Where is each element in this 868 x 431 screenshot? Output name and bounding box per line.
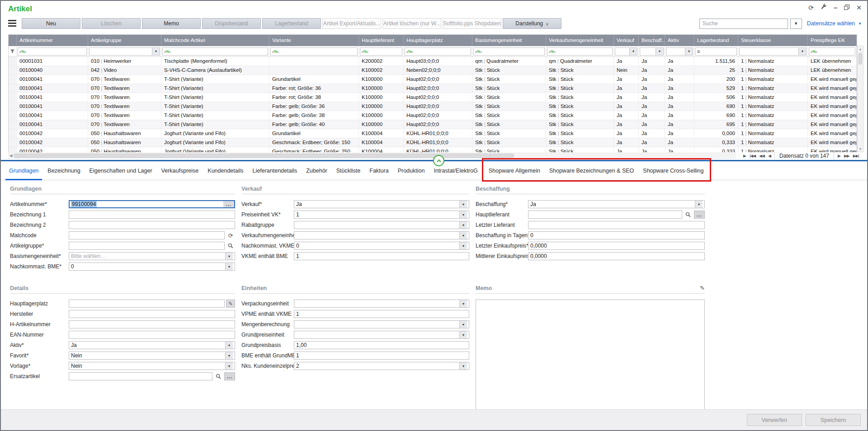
dropdown-arrow-icon[interactable]: ▼ xyxy=(225,362,233,370)
field-hauptlieferant-input[interactable] xyxy=(528,211,682,219)
table-row[interactable]: 00100042050|HaushaltswarenJoghurt (Varia… xyxy=(9,138,857,147)
field-hauptlagerplatz-input[interactable] xyxy=(69,300,225,308)
tab-verkaufspreise[interactable]: Verkaufspreise xyxy=(157,161,203,180)
grid-horizontal-scrollbar[interactable]: ◀ xyxy=(8,152,736,159)
field-grundpreisbasis-input[interactable]: 1,00 xyxy=(294,341,469,349)
filter-input-hauptlagerplatz[interactable]: a%c xyxy=(405,47,471,56)
toolbar-button-darstellung[interactable]: Darstellung∨ xyxy=(503,18,561,29)
field-favorit-input[interactable]: Nein▼ xyxy=(69,351,235,360)
dropdown-arrow-icon[interactable]: ▼ xyxy=(225,263,233,270)
toolbar-button-artikel-loschen-nur-w[interactable]: Artikel löschen (nur W... xyxy=(382,18,441,29)
filter-dropdown-icon[interactable]: ▼ xyxy=(656,47,664,56)
nav-last[interactable]: ▶▶| xyxy=(853,154,859,158)
column-header-hauptlieferant[interactable]: Hauptlieferant xyxy=(359,35,404,46)
filter-input-verkauf[interactable] xyxy=(615,47,630,56)
tab-bezeichnung[interactable]: Bezeichnung xyxy=(43,161,85,180)
table-row[interactable]: 00100041070|TextilwarenT-Shirt (Variante… xyxy=(9,84,857,93)
toolbar-button-loschen[interactable]: Löschen xyxy=(82,18,141,29)
table-row[interactable]: 00100041070|TextilwarenT-Shirt (Variante… xyxy=(9,93,857,102)
tab-shopware-allgemein[interactable]: Shopware Allgemein xyxy=(484,161,545,180)
column-header-verkaufsmengeneinheit[interactable]: Verkaufsmengeneinheit xyxy=(546,35,614,46)
filter-cell-aktiv[interactable]: ▼ xyxy=(665,46,694,56)
filter-cell-beschaff[interactable]: ▼ xyxy=(639,46,665,56)
table-row[interactable]: 00100041070|TextilwarenT-Shirt (Variante… xyxy=(9,75,857,84)
nav-fast-forward[interactable]: ▶▶ xyxy=(844,154,849,158)
collapse-panel-button[interactable] xyxy=(433,155,444,166)
filter-cell-verkaufsmengeneinheit[interactable]: a%c xyxy=(546,46,614,56)
filter-input-artikelnummer[interactable]: a%c xyxy=(18,47,87,56)
field-nks-kundeneinzelpreis-input[interactable]: 2▼ xyxy=(294,362,469,370)
filter-input-verkaufsmengeneinheit[interactable]: a%c xyxy=(547,47,613,56)
tab-zubehor[interactable]: Zubehör xyxy=(302,161,332,180)
pencil-icon[interactable]: ✎ xyxy=(226,300,235,308)
column-header-verkauf[interactable]: Verkauf xyxy=(614,35,639,46)
scroll-down-icon[interactable]: ▼ xyxy=(859,146,862,152)
refresh-icon[interactable]: ⟳ xyxy=(808,4,814,11)
dropdown-arrow-icon[interactable]: ▼ xyxy=(459,201,467,208)
field-vorlage-input[interactable]: Nein▼ xyxy=(69,362,235,370)
dropdown-arrow-icon[interactable]: ▼ xyxy=(459,300,467,307)
dropdown-arrow-icon[interactable]: ▼ xyxy=(459,321,467,328)
field-ersatzartikel-input[interactable] xyxy=(69,372,212,380)
toolbar-button-lagerbestand[interactable]: Lagerbestand xyxy=(262,18,321,29)
nav-prev[interactable]: ◀ xyxy=(768,154,771,158)
filter-cell-artikelgruppe[interactable]: ▼ xyxy=(88,46,161,56)
records-select-button[interactable]: Datensätze wählen ▼ xyxy=(807,20,862,27)
grid-vertical-scrollbar[interactable]: ▲ ▼ xyxy=(857,46,863,152)
tab-eigenschaften-und-lager[interactable]: Eigenschaften und Lager xyxy=(85,161,157,180)
footer-button-speichern[interactable]: Speichern xyxy=(806,414,861,426)
scroll-left-icon[interactable]: ◀ xyxy=(9,154,12,158)
column-header-artikelnummer[interactable]: Artikelnummer xyxy=(17,35,88,46)
tab-grundlagen[interactable]: Grundlagen xyxy=(5,161,43,180)
search-input[interactable] xyxy=(699,19,788,29)
column-header-variante[interactable]: Variante xyxy=(269,35,359,46)
column-header-preispflege-ek[interactable]: Preispflege EK xyxy=(808,35,857,46)
filter-cell-verkauf[interactable]: ▼ xyxy=(614,46,639,56)
filter-cell-matchcode-artikel[interactable]: a%c xyxy=(161,46,269,56)
column-header-lagerbestand[interactable]: Lagerbestand xyxy=(694,35,738,46)
search-icon[interactable] xyxy=(226,242,235,250)
wrench-icon[interactable] xyxy=(821,4,827,11)
filter-dropdown-button[interactable]: ▼ xyxy=(790,19,802,29)
filter-input-beschaff[interactable] xyxy=(640,47,656,56)
field-bme-enthalt-grundme-input[interactable]: 1 xyxy=(294,351,469,360)
tab-shopware-cross-selling[interactable]: Shopware Cross-Selling xyxy=(638,161,708,180)
tab-faktura[interactable]: Faktura xyxy=(365,161,393,180)
search-icon[interactable] xyxy=(684,211,693,219)
filter-dropdown-icon[interactable]: ▼ xyxy=(630,47,637,56)
ellipsis-button[interactable]: ... xyxy=(223,201,234,207)
dropdown-arrow-icon[interactable]: ▼ xyxy=(225,253,233,260)
field-nachkommast-bme-input[interactable]: 0▼ xyxy=(69,262,235,271)
field-nachkommast-vkme-input[interactable]: 0▼ xyxy=(294,242,469,250)
toolbar-button-softfolio-pps-shopdaten[interactable]: Softfolio.pps Shopdaten xyxy=(443,18,501,29)
filter-input-variante[interactable]: a%c xyxy=(270,47,358,56)
dropdown-arrow-icon[interactable]: ▼ xyxy=(459,362,467,370)
filter-input-steuerklasse[interactable] xyxy=(739,47,799,56)
tab-shopware-bezeichnungen-seo[interactable]: Shopware Bezeichnungen & SEO xyxy=(545,161,639,180)
column-header-hauptlagerplatz[interactable]: Hauptlagerplatz xyxy=(404,35,472,46)
field-hersteller-input[interactable] xyxy=(69,310,235,318)
ellipsis-button[interactable]: ... xyxy=(694,211,705,219)
dropdown-arrow-icon[interactable]: ▼ xyxy=(459,211,467,218)
filter-cell-variante[interactable]: a%c xyxy=(269,46,359,56)
filter-cell-lagerbestand[interactable]: = xyxy=(694,46,738,56)
nav-fast-back[interactable]: ◀◀ xyxy=(759,154,764,158)
field-beschaffung-in-tagen-input[interactable]: 0 xyxy=(528,231,705,239)
toolbar-button-artikel-export-aktualis[interactable]: Artikel Export/Aktualis... xyxy=(322,18,381,29)
dropdown-arrow-icon[interactable]: ▼ xyxy=(459,232,467,239)
memo-textarea[interactable] xyxy=(476,300,705,412)
tab-kundendetails[interactable]: Kundendetails xyxy=(203,161,248,180)
filter-cell-hauptlagerplatz[interactable]: a%c xyxy=(404,46,472,56)
table-row[interactable]: 00100042050|HaushaltswarenJoghurt (Varia… xyxy=(9,129,857,138)
field-basismengeneinheit-input[interactable]: Bitte wählen...▼ xyxy=(69,252,235,260)
search-icon[interactable] xyxy=(214,372,223,380)
column-header-basismengeneinheit[interactable]: Basismengeneinheit xyxy=(472,35,546,46)
filter-input-lagerbestand[interactable]: = xyxy=(695,47,737,56)
dropdown-arrow-icon[interactable]: ▼ xyxy=(225,342,233,349)
field-grundpreiseinheit-input[interactable]: ▼ xyxy=(294,331,469,339)
field-letzter-lieferant-input[interactable] xyxy=(528,221,705,229)
menu-icon[interactable] xyxy=(8,20,16,27)
field-preiseinheit-vk-input[interactable]: 1▼ xyxy=(294,211,469,219)
column-header-artikelgruppe[interactable]: Artikelgruppe xyxy=(88,35,161,46)
field-vkme-enthalt-bme-input[interactable]: 1 xyxy=(294,252,469,260)
